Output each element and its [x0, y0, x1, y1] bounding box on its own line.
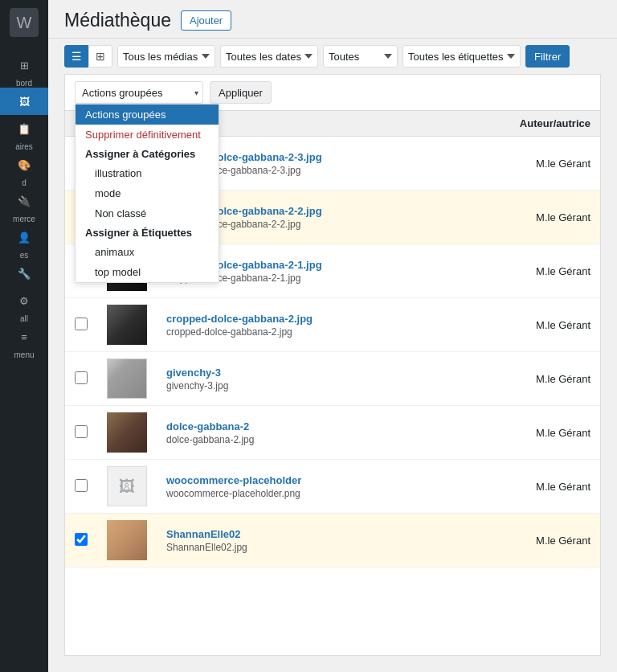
- media-name[interactable]: cropped-dolce-gabbana-2.jpg: [166, 313, 478, 325]
- media-filename: cropped-dolce-gabbana-2.jpg: [166, 326, 478, 338]
- actions-select-wrapper: Actions groupées Supprimer définitivemen…: [75, 81, 203, 104]
- media-thumbnail: [107, 305, 147, 345]
- actions-bar: Actions groupées Supprimer définitivemen…: [65, 75, 600, 111]
- sidebar-item-pages[interactable]: 📋: [0, 115, 48, 142]
- sidebar-item-settings[interactable]: ⚙: [0, 287, 48, 314]
- sidebar-logo: W: [10, 8, 39, 37]
- media-filename: givenchy-3.jpg: [166, 380, 478, 391]
- media-name[interactable]: dolce-gabbana-2: [166, 420, 478, 432]
- sidebar-label-es: es: [20, 251, 29, 260]
- sidebar-item-menu[interactable]: ≡: [0, 323, 48, 350]
- media-thumbnail: 🖼: [107, 466, 147, 506]
- sidebar-label-all: all: [20, 314, 28, 323]
- sidebar-nav: ⊞ bord 🖼 📋 aires 🎨 d 🔌 merce 👤 es 🔧 ⚙ al…: [0, 51, 48, 359]
- view-grid-button[interactable]: ⊞: [88, 45, 112, 68]
- dropdown-item-actions-groupees[interactable]: Actions groupées: [76, 104, 219, 125]
- dropdown-item-top-model[interactable]: top model: [76, 262, 219, 282]
- media-author: M.le Gérant: [488, 406, 600, 460]
- media-filename: ShannanElle02.jpg: [166, 542, 478, 553]
- row-checkbox[interactable]: [75, 425, 88, 438]
- dropdown-item-supprimer[interactable]: Supprimer définitivement: [76, 125, 219, 145]
- tools-icon: 🔧: [18, 268, 31, 280]
- sidebar-item-dashboard[interactable]: ⊞: [0, 51, 48, 79]
- main-content: Médiathèque Ajouter ☰ ⊞ Tous les médias …: [48, 0, 617, 672]
- media-author: M.le Gérant: [488, 191, 600, 244]
- dashboard-icon: ⊞: [20, 59, 29, 72]
- table-row: givenchy-3givenchy-3.jpgM.le Gérant: [65, 352, 600, 406]
- sidebar-label-bord: bord: [16, 79, 32, 88]
- table-row: 🖼woocommerce-placeholderwoocommerce-plac…: [65, 460, 600, 514]
- sidebar-label-menu: menu: [14, 350, 34, 359]
- media-filename: woocommerce-placeholder.png: [166, 488, 478, 499]
- media-thumbnail: [107, 520, 147, 560]
- sidebar-item-plugins[interactable]: 🔌: [0, 187, 48, 215]
- media-icon: 🖼: [19, 96, 30, 108]
- media-name[interactable]: woocommerce-placeholder: [166, 474, 478, 486]
- sidebar-item-users[interactable]: 👤: [0, 223, 48, 251]
- menu-icon: ≡: [21, 331, 27, 343]
- pages-icon: 📋: [18, 123, 31, 135]
- row-checkbox[interactable]: [75, 533, 88, 546]
- sidebar-label-d: d: [22, 178, 27, 187]
- page-header: Médiathèque Ajouter: [48, 0, 617, 39]
- dropdown-item-non-classe[interactable]: Non classé: [76, 203, 219, 223]
- row-checkbox[interactable]: [75, 318, 88, 330]
- sidebar-label-merce: merce: [13, 215, 35, 223]
- page-title: Médiathèque: [64, 10, 171, 31]
- media-thumbnail: [107, 412, 147, 453]
- sidebar: W ⊞ bord 🖼 📋 aires 🎨 d 🔌 merce 👤 es 🔧 ⚙: [0, 0, 48, 672]
- filter-etiquettes-select[interactable]: Toutes les étiquettes animaux top model: [402, 45, 521, 68]
- sidebar-item-appearance[interactable]: 🎨: [0, 151, 48, 178]
- media-author: M.le Gérant: [488, 352, 600, 406]
- media-author: M.le Gérant: [488, 244, 600, 298]
- col-header-author: Auteur/autrice: [488, 111, 600, 137]
- filter-media-select[interactable]: Tous les médias Images Vidéos Audio: [117, 45, 215, 68]
- actions-grouped-select[interactable]: Actions groupées Supprimer définitivemen…: [75, 81, 203, 104]
- filter-toutes-select[interactable]: Toutes illustration mode Non classé: [323, 45, 398, 68]
- table-row: dolce-gabbana-2dolce-gabbana-2.jpgM.le G…: [65, 406, 600, 460]
- content-area: Actions groupées Supprimer définitivemen…: [64, 74, 601, 656]
- row-checkbox[interactable]: [75, 479, 88, 492]
- actions-dropdown-menu: Actions groupées Supprimer définitivemen…: [75, 104, 219, 283]
- sidebar-label-aires: aires: [15, 142, 33, 151]
- appearance-icon: 🎨: [18, 159, 31, 171]
- settings-icon: ⚙: [19, 295, 29, 307]
- media-author: M.le Gérant: [488, 298, 600, 352]
- dropdown-item-animaux[interactable]: animaux: [76, 242, 219, 262]
- dropdown-header-categories: Assigner à Catégories: [76, 145, 219, 163]
- plugins-icon: 🔌: [18, 195, 31, 207]
- view-toggle: ☰ ⊞: [64, 45, 112, 68]
- media-author: M.le Gérant: [488, 137, 600, 191]
- sidebar-item-media[interactable]: 🖼: [0, 88, 48, 115]
- toolbar: ☰ ⊞ Tous les médias Images Vidéos Audio …: [48, 39, 617, 74]
- dropdown-header-etiquettes: Assigner à Étiquettes: [76, 223, 219, 242]
- filter-dates-select[interactable]: Toutes les dates Janvier 2023 Février 20…: [220, 45, 318, 68]
- media-thumbnail: [107, 359, 147, 399]
- dropdown-item-mode[interactable]: mode: [76, 183, 219, 203]
- media-name[interactable]: ShannanElle02: [166, 528, 478, 540]
- media-author: M.le Gérant: [488, 514, 600, 568]
- media-author: M.le Gérant: [488, 460, 600, 514]
- media-name[interactable]: givenchy-3: [166, 367, 478, 379]
- filter-button[interactable]: Filtrer: [525, 45, 570, 68]
- users-icon: 👤: [18, 232, 31, 244]
- table-row: ShannanElle02ShannanElle02.jpgM.le Géran…: [65, 514, 600, 568]
- sidebar-item-tools[interactable]: 🔧: [0, 260, 48, 287]
- dropdown-item-illustration[interactable]: illustration: [76, 163, 219, 183]
- add-button[interactable]: Ajouter: [181, 10, 231, 31]
- media-filename: dolce-gabbana-2.jpg: [166, 434, 478, 445]
- view-list-button[interactable]: ☰: [64, 45, 88, 68]
- apply-button[interactable]: Appliquer: [210, 81, 272, 104]
- table-row: cropped-dolce-gabbana-2.jpgcropped-dolce…: [65, 298, 600, 352]
- row-checkbox[interactable]: [75, 371, 88, 384]
